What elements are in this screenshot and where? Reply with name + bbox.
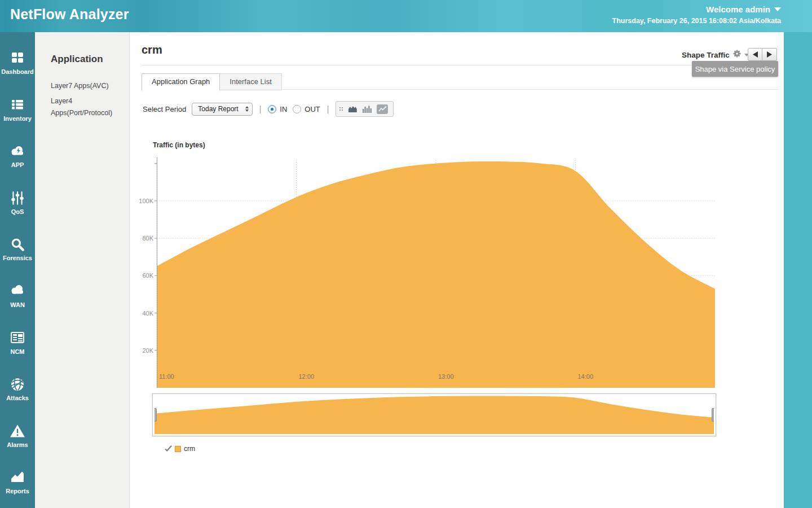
app-header: NetFlow Analyzer Welcome admin Thursday,… <box>0 0 812 32</box>
range-handle-right[interactable] <box>712 408 714 422</box>
sidebar-item-label: Attacks <box>0 395 35 401</box>
y-axis-tick-label: 20K <box>133 347 153 354</box>
sidebar-item-label: WAN <box>0 301 35 308</box>
forensics-search-icon <box>10 237 25 252</box>
sidebar-item-dashboard[interactable]: Dashboard <box>0 51 35 75</box>
sidebar-item-layer4-apps[interactable]: Layer4 Apps(Port/Protocol) <box>51 95 120 119</box>
radio-out-control[interactable] <box>293 105 301 113</box>
inventory-icon <box>10 98 25 112</box>
line-chart-icon[interactable] <box>377 104 388 114</box>
sidebar-item-label: Reports <box>0 488 35 494</box>
range-selector <box>152 393 716 436</box>
y-axis-tick-label: 100K <box>133 198 153 204</box>
tab-application-graph[interactable]: Application Graph <box>142 73 220 91</box>
traffic-area-chart[interactable]: 20K40K60K80K100K11:0012:0013:0014:00 <box>157 160 715 388</box>
range-selector-area-svg <box>155 396 714 434</box>
y-axis-tick-label: 80K <box>133 235 153 242</box>
chart-type-switcher <box>336 101 394 117</box>
next-button[interactable] <box>762 48 777 61</box>
sidebar-item-label: Inventory <box>0 115 35 122</box>
legend-label-crm: crm <box>184 445 195 453</box>
sidebar-item-qos[interactable]: QoS <box>0 191 35 215</box>
sidebar-item-label: NCM <box>0 348 35 355</box>
shape-traffic-tooltip: Shape via Service policy <box>692 61 778 77</box>
dashboard-icon <box>10 51 25 65</box>
sidebar-item-wan[interactable]: WAN <box>0 284 35 308</box>
area-chart-svg <box>157 160 715 388</box>
qos-sliders-icon <box>10 191 25 205</box>
shape-traffic-menu[interactable]: Shape Traffic <box>682 50 749 60</box>
netflow-analyzer-app: NetFlow Analyzer Welcome admin Thursday,… <box>0 0 812 508</box>
sidebar-item-inventory[interactable]: Inventory <box>0 98 35 122</box>
range-handle-left[interactable] <box>155 408 157 422</box>
welcome-text: Welcome admin <box>706 5 770 14</box>
x-axis-tick-label: 14:00 <box>578 373 594 380</box>
select-stepper-icon <box>245 106 249 112</box>
tab-bar: Application GraphInterface List <box>142 73 778 90</box>
sidebar-item-app[interactable]: APP <box>0 144 35 168</box>
arrow-right-icon <box>767 51 772 58</box>
radio-out[interactable]: OUT <box>293 105 320 113</box>
y-axis-tick-label: 60K <box>133 272 153 279</box>
chart-controls: Select Period Today Report | IN OUT | <box>143 101 394 117</box>
legend-check-icon[interactable] <box>165 444 172 454</box>
arrow-left-icon <box>753 51 758 58</box>
radio-in[interactable]: IN <box>268 105 287 113</box>
series-area-crm <box>157 161 715 388</box>
shape-traffic-label: Shape Traffic <box>682 51 730 59</box>
separator: | <box>258 104 263 113</box>
title-divider <box>142 65 778 65</box>
tab-interface-list[interactable]: Interface List <box>220 73 281 90</box>
chart-legend: crm <box>165 444 195 454</box>
separator: | <box>326 104 330 113</box>
user-block: Welcome admin Thursday, February 26, 201… <box>612 5 781 25</box>
reports-chart-icon <box>10 470 25 485</box>
chevron-down-icon <box>774 7 781 11</box>
sidebar-item-label: QoS <box>0 208 35 215</box>
radio-in-control[interactable] <box>268 105 276 113</box>
x-axis-tick-label: 13:00 <box>438 373 454 380</box>
gear-icon[interactable] <box>733 50 741 60</box>
area-chart-icon[interactable] <box>348 105 358 113</box>
select-period-label: Select Period <box>143 105 186 113</box>
legend-swatch-crm[interactable] <box>175 446 181 452</box>
x-axis-tick-label: 12:00 <box>299 373 315 380</box>
y-axis-tick-label: 40K <box>133 310 153 317</box>
application-sidebar: Application Layer7 Apps(AVC) Layer4 Apps… <box>35 32 130 508</box>
sidebar-item-alarms[interactable]: Alarms <box>0 424 35 448</box>
sidebar-item-label: Forensics <box>0 255 35 261</box>
bar-chart-icon[interactable] <box>363 105 372 113</box>
sidebar-item-label: APP <box>0 161 35 168</box>
server-datetime: Thursday, February 26, 2015 16:08:02 Asi… <box>612 17 781 25</box>
ncm-window-icon <box>10 331 25 345</box>
sidebar-item-reports[interactable]: Reports <box>0 470 35 494</box>
app-cloud-icon <box>10 144 25 159</box>
x-axis-tick-label: 11:00 <box>159 373 174 380</box>
sidebar-item-label: Dashboard <box>0 68 35 75</box>
period-select-value: Today Report <box>198 105 238 113</box>
application-sidebar-title: Application <box>51 54 103 65</box>
period-select[interactable]: Today Report <box>192 103 252 116</box>
attacks-globe-icon <box>10 377 25 392</box>
main-nav-sidebar: DashboardInventoryAPPQoSForensicsWANNCMA… <box>0 32 35 508</box>
sidebar-item-ncm[interactable]: NCM <box>0 331 35 355</box>
sidebar-item-attacks[interactable]: Attacks <box>0 377 35 401</box>
drag-handle-icon[interactable] <box>339 107 343 111</box>
main-content: crm Shape Traffic Shape via Service poli… <box>130 32 784 508</box>
sidebar-item-label: Alarms <box>0 441 35 448</box>
chart-title: Traffic (in bytes) <box>153 141 205 149</box>
pager-controls <box>748 48 777 61</box>
range-selector-chart[interactable] <box>155 396 714 434</box>
sidebar-item-layer7-apps[interactable]: Layer7 Apps(AVC) <box>51 80 120 92</box>
app-logo: NetFlow Analyzer <box>10 6 129 23</box>
alarms-warning-icon <box>10 424 25 439</box>
previous-button[interactable] <box>748 48 762 61</box>
wan-cloud-icon <box>10 284 25 299</box>
radio-in-label: IN <box>280 105 287 113</box>
radio-out-label: OUT <box>304 105 320 113</box>
user-menu[interactable]: Welcome admin <box>706 5 781 14</box>
page-title: crm <box>142 43 162 56</box>
sidebar-item-forensics[interactable]: Forensics <box>0 237 35 261</box>
